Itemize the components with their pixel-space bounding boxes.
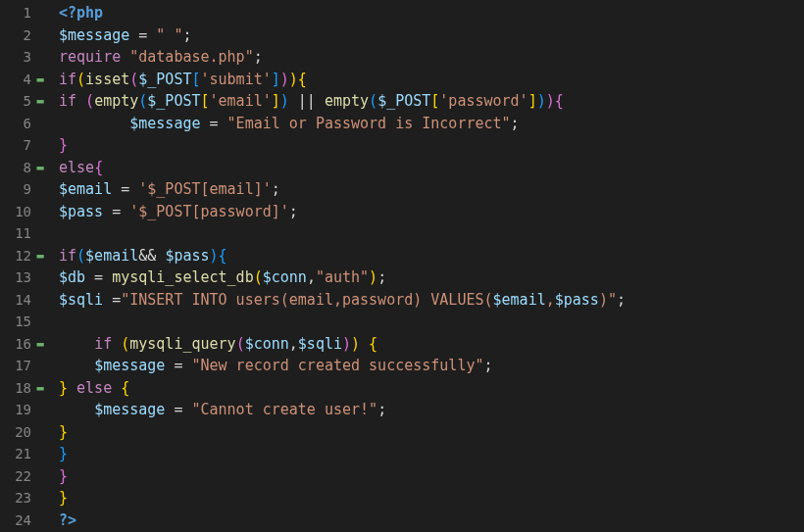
token: $message (59, 26, 129, 44)
token: mysqli_select_db (112, 268, 254, 286)
fold-toggle-icon[interactable]: ▬ (31, 69, 49, 91)
gutter-line: 21 (0, 443, 51, 465)
token: empty (94, 92, 138, 110)
token: '$_POST[password]' (129, 203, 289, 220)
token: && (138, 247, 165, 265)
token: $_POST (138, 71, 191, 88)
gutter-line: 11 (0, 222, 51, 245)
code-line[interactable] (59, 311, 804, 333)
code-line[interactable]: if(isset($_POST['submit'])){ (59, 69, 804, 91)
token (59, 335, 94, 353)
token: , (546, 291, 555, 309)
code-line[interactable]: $message = "Cannot create user!"; (59, 399, 804, 421)
token: $sqli (298, 335, 342, 353)
token: "database.php" (129, 48, 253, 66)
code-line[interactable]: } else { (59, 377, 804, 400)
token (76, 92, 85, 110)
gutter-line: 24 (0, 509, 51, 532)
token (121, 48, 129, 66)
line-number: 1 (0, 2, 31, 24)
token: $conn (245, 335, 289, 353)
code-line[interactable]: $message = "New record created successfu… (59, 355, 804, 377)
fold-toggle-icon[interactable]: ▬ (31, 333, 49, 356)
code-area[interactable]: <?php$message = " ";require "database.ph… (51, 0, 804, 532)
gutter-line: 2 (0, 24, 51, 47)
gutter-line: 14 (0, 289, 51, 312)
code-line[interactable] (59, 222, 804, 245)
gutter-line: 10 (0, 201, 51, 223)
token: } (59, 467, 68, 485)
gutter-line: 20 (0, 421, 51, 444)
fold-toggle-icon[interactable]: ▬ (31, 90, 49, 113)
token: = (201, 115, 227, 132)
token: = (103, 203, 129, 220)
token: $email (493, 291, 546, 309)
gutter-line: 22 (0, 465, 51, 488)
token: ) (289, 71, 298, 88)
line-number: 8 (0, 157, 31, 179)
code-line[interactable]: $db = mysqli_select_db($conn,"auth"); (59, 266, 804, 289)
token: require (59, 48, 121, 66)
token (112, 379, 121, 397)
line-number: 12 (0, 245, 31, 267)
gutter-line: 8▬ (0, 157, 51, 179)
token: [ (201, 92, 210, 110)
line-number: 10 (0, 201, 31, 223)
code-line[interactable]: } (59, 443, 804, 465)
token: if (94, 335, 112, 353)
fold-toggle-icon[interactable]: ▬ (31, 245, 49, 267)
token: else (76, 379, 112, 397)
code-line[interactable]: } (59, 465, 804, 488)
line-number: 24 (0, 509, 31, 532)
line-number: 4 (0, 69, 31, 91)
token: ) (546, 92, 555, 110)
code-line[interactable]: $pass = '$_POST[password]'; (59, 201, 804, 223)
token: "Email or Password is Incorrect" (227, 115, 511, 132)
token: $pass (165, 247, 209, 265)
token: = (129, 26, 156, 44)
token: mysqli_query (129, 335, 235, 353)
gutter-line: 6 (0, 113, 51, 135)
gutter-line: 19 (0, 399, 51, 421)
code-line[interactable]: else{ (59, 157, 804, 179)
token (68, 379, 76, 397)
line-number: 9 (0, 178, 31, 201)
gutter-line: 1 (0, 2, 51, 24)
code-line[interactable]: require "database.php"; (59, 46, 804, 69)
token: $conn (263, 268, 307, 286)
code-line[interactable]: if (empty($_POST['email']) || empty($_PO… (59, 90, 804, 113)
token: ] (272, 71, 280, 88)
line-number: 22 (0, 465, 31, 488)
token: $pass (59, 203, 103, 220)
token: = (165, 357, 191, 374)
token: $db (59, 268, 85, 286)
code-line[interactable]: $email = '$_POST[email]'; (59, 178, 804, 201)
fold-toggle-icon[interactable]: ▬ (31, 377, 49, 400)
token: ( (121, 335, 129, 353)
code-line[interactable]: } (59, 487, 804, 509)
code-line[interactable]: <?php (59, 2, 804, 24)
fold-toggle-icon[interactable]: ▬ (31, 157, 49, 179)
token: '$_POST[email]' (138, 180, 271, 198)
token: ) (369, 268, 377, 286)
token: if (59, 247, 76, 265)
code-line[interactable]: if (mysqli_query($conn,$sqli)) { (59, 333, 804, 356)
code-line[interactable]: } (59, 134, 804, 157)
token: ( (236, 335, 245, 353)
code-line[interactable]: } (59, 421, 804, 444)
line-number: 7 (0, 134, 31, 157)
gutter-line: 4▬ (0, 69, 51, 91)
code-line[interactable]: $message = "Email or Password is Incorre… (59, 113, 804, 135)
code-line[interactable]: if($email&& $pass){ (59, 245, 804, 267)
token: ( (369, 92, 377, 110)
token: } (59, 136, 68, 154)
code-line[interactable]: $message = " "; (59, 24, 804, 47)
token: 'email' (210, 92, 272, 110)
gutter-line: 16▬ (0, 333, 51, 356)
token: { (121, 379, 129, 397)
code-line[interactable]: $sqli ="INSERT INTO users(email,password… (59, 289, 804, 312)
line-number: 17 (0, 355, 31, 377)
token (59, 115, 129, 132)
token: ) (280, 92, 289, 110)
code-line[interactable]: ?> (59, 509, 804, 532)
